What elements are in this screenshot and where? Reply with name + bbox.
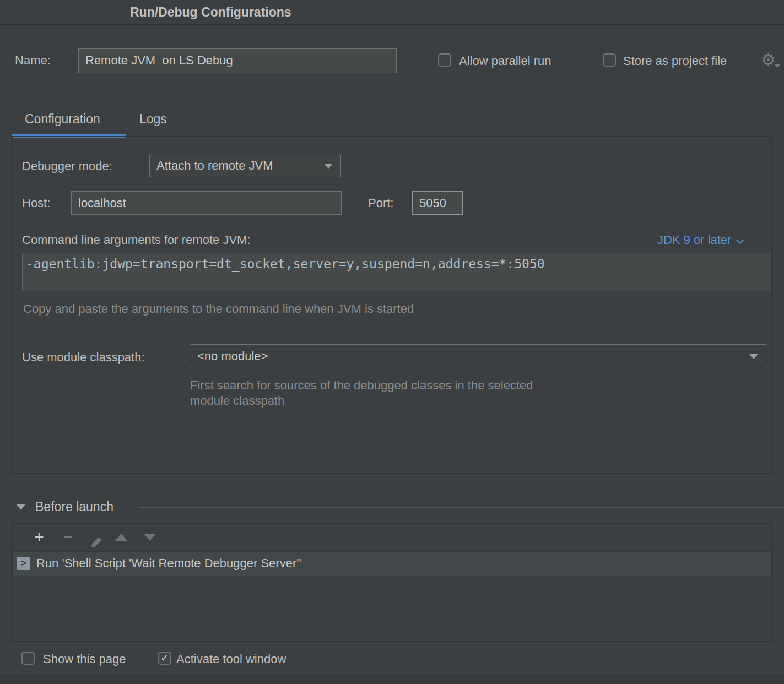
remove-icon[interactable]: − (57, 524, 79, 551)
add-icon[interactable]: + (28, 524, 50, 551)
activate-tool-window-checkbox[interactable]: ✓ (158, 652, 171, 665)
port-label: Port: (368, 196, 393, 210)
activate-tool-window-label[interactable]: Activate tool window (176, 652, 286, 666)
module-classpath-label: Use module classpath: (22, 350, 145, 365)
debugger-mode-value: Attach to remote JVM (156, 159, 273, 172)
chevron-down-icon (749, 354, 758, 359)
jdk-version-selector[interactable]: JDK 9 or later (657, 233, 742, 247)
before-launch-collapse-icon[interactable] (17, 504, 25, 510)
debugger-mode-dropdown[interactable]: Attach to remote JVM (149, 154, 341, 177)
allow-parallel-run-label[interactable]: Allow parallel run (459, 54, 551, 68)
check-icon: ✓ (160, 652, 169, 664)
module-classpath-hint-line2: module classpath (190, 394, 284, 408)
before-launch-title: Before launch (35, 500, 113, 514)
command-line-args-box[interactable]: -agentlib:jdwp=transport=dt_socket,serve… (22, 253, 771, 291)
command-line-args-value: -agentlib:jdwp=transport=dt_socket,serve… (26, 257, 545, 271)
store-as-project-file-label[interactable]: Store as project file (623, 54, 727, 68)
module-classpath-hint-line1: First search for sources of the debugged… (190, 378, 533, 393)
tab-configuration[interactable]: Configuration (25, 112, 100, 127)
dialog-title: Run/Debug Configurations (130, 0, 291, 25)
name-label: Name: (15, 53, 51, 68)
port-input[interactable]: 5050 (412, 191, 463, 215)
gear-icon[interactable]: ⚙ (761, 52, 776, 68)
dialog-title-bar: Run/Debug Configurations (0, 0, 784, 25)
gear-dropdown-arrow-icon (775, 64, 780, 68)
allow-parallel-run-checkbox[interactable] (438, 53, 451, 67)
command-line-label: Command line arguments for remote JVM: (22, 233, 251, 247)
dialog-bottom-edge (0, 674, 784, 684)
command-line-hint: Copy and paste the arguments to the comm… (23, 302, 414, 316)
host-label: Host: (22, 196, 50, 210)
module-classpath-value: <no module> (197, 349, 268, 363)
task-label: Run 'Shell Script 'Wait Remote Debugger … (36, 556, 301, 571)
show-this-page-label[interactable]: Show this page (43, 652, 126, 666)
chevron-down-icon (324, 164, 333, 169)
host-input[interactable]: localhost (71, 191, 342, 215)
run-icon: > (17, 557, 30, 570)
before-launch-divider (138, 507, 784, 508)
debugger-mode-label: Debugger mode: (22, 159, 112, 173)
show-this-page-checkbox[interactable] (21, 652, 35, 665)
module-classpath-dropdown[interactable]: <no module> (190, 344, 767, 368)
toolbar-separator (13, 551, 771, 552)
store-as-project-file-checkbox[interactable] (603, 53, 616, 67)
tab-logs[interactable]: Logs (139, 112, 167, 127)
edit-pencil-icon[interactable] (86, 530, 108, 545)
jdk-version-value: JDK 9 or later (657, 233, 732, 247)
name-input[interactable]: Remote JVM on LS Debug (78, 48, 397, 73)
before-launch-toolbar: + − (13, 524, 771, 551)
